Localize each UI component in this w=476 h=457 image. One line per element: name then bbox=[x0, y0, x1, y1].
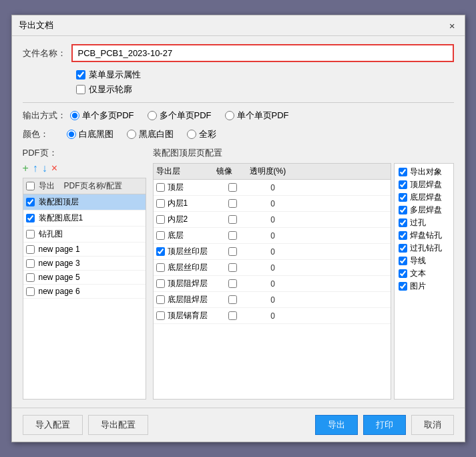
page-name: new page 5 bbox=[39, 273, 143, 282]
obj-label: 导出对象 bbox=[410, 166, 442, 178]
file-name-input[interactable] bbox=[71, 44, 454, 62]
trans-value: 0 bbox=[270, 279, 275, 289]
obj-checkbox[interactable] bbox=[399, 193, 407, 202]
page-checkbox[interactable] bbox=[26, 287, 35, 296]
obj-check-item: 顶层焊盘 bbox=[399, 179, 449, 190]
page-list: 导出 PDF页名称/配置 装配图顶层 装配图底层1 钻孔图 bbox=[23, 178, 146, 400]
layer-row: 底层 0 bbox=[154, 228, 391, 244]
page-row[interactable]: new page 3 bbox=[23, 257, 146, 271]
page-row[interactable]: 装配图顶层 bbox=[23, 194, 146, 210]
layer-checkbox[interactable] bbox=[156, 263, 165, 272]
radio-single-multi-pdf-input[interactable] bbox=[70, 111, 79, 120]
obj-checkbox[interactable] bbox=[399, 269, 407, 278]
pdf-toolbar: + ↑ ↓ × bbox=[23, 163, 146, 174]
trans-value: 0 bbox=[270, 231, 275, 241]
layer-row: 顶层阻焊层 0 bbox=[154, 276, 391, 292]
obj-check-item: 文本 bbox=[399, 268, 449, 279]
add-page-button[interactable]: + bbox=[23, 163, 29, 174]
export-col-header: 导出 bbox=[39, 180, 55, 192]
export-dialog: 导出文档 × 文件名称： 菜单显示属性 仅显示轮廓 输出方式： bbox=[11, 15, 465, 442]
radio-single-multi-pdf: 单个多页PDF bbox=[70, 110, 134, 122]
layer-checkbox[interactable] bbox=[156, 279, 165, 288]
layer-row: 底层阻焊层 0 bbox=[154, 292, 391, 308]
layer-checkbox[interactable] bbox=[156, 295, 165, 304]
page-row[interactable]: new page 6 bbox=[23, 285, 146, 299]
layer-checkbox[interactable] bbox=[156, 199, 165, 208]
radio-single-page-pdf-input[interactable] bbox=[225, 111, 234, 120]
mirror-checkbox[interactable] bbox=[228, 199, 237, 208]
radio-black-white-input[interactable] bbox=[127, 130, 136, 139]
page-checkbox[interactable] bbox=[26, 214, 35, 222]
export-button[interactable]: 导出 bbox=[315, 415, 358, 435]
print-button[interactable]: 打印 bbox=[363, 415, 406, 435]
layer-checkbox[interactable] bbox=[156, 215, 165, 224]
obj-label: 焊盘钻孔 bbox=[410, 230, 442, 241]
page-name: new page 3 bbox=[39, 259, 143, 268]
radio-full-color-input[interactable] bbox=[187, 130, 196, 139]
obj-checkbox[interactable] bbox=[399, 168, 407, 176]
trans-value: 0 bbox=[270, 311, 275, 321]
close-button[interactable]: × bbox=[447, 20, 458, 31]
obj-checkbox[interactable] bbox=[399, 206, 407, 214]
dialog-footer: 导入配置 导出配置 导出 打印 取消 bbox=[12, 408, 465, 442]
page-checkbox[interactable] bbox=[26, 245, 35, 254]
mirror-checkbox[interactable] bbox=[228, 231, 237, 240]
mirror-checkbox[interactable] bbox=[228, 295, 237, 304]
layer-name: 底层阻焊层 bbox=[168, 294, 208, 305]
mirror-checkbox[interactable] bbox=[228, 263, 237, 272]
obj-checkbox[interactable] bbox=[399, 218, 407, 227]
objects-panel: 导出对象 顶层焊盘 底层焊盘 多层焊盘 bbox=[394, 163, 454, 400]
obj-label: 多层焊盘 bbox=[410, 204, 442, 216]
obj-label: 过孔钻孔 bbox=[410, 243, 442, 254]
layer-checkbox[interactable] bbox=[156, 311, 165, 320]
layer-checkbox[interactable] bbox=[156, 231, 165, 240]
layer-checkbox[interactable] bbox=[156, 247, 165, 256]
radio-white-black-input[interactable] bbox=[67, 130, 76, 139]
name-col-header: PDF页名称/配置 bbox=[64, 180, 122, 192]
page-row[interactable]: 钻孔图 bbox=[23, 226, 146, 243]
page-name: new page 1 bbox=[39, 245, 143, 254]
obj-checkbox[interactable] bbox=[399, 244, 407, 253]
obj-checkbox[interactable] bbox=[399, 257, 407, 265]
layer-name: 底层 bbox=[168, 230, 184, 241]
page-checkbox[interactable] bbox=[26, 198, 35, 206]
import-config-button[interactable]: 导入配置 bbox=[23, 415, 83, 435]
mirror-checkbox[interactable] bbox=[228, 247, 237, 256]
radio-multi-single-pdf: 多个单页PDF bbox=[148, 110, 212, 122]
mirror-checkbox[interactable] bbox=[228, 215, 237, 224]
layer-name: 顶层丝印层 bbox=[168, 246, 208, 257]
obj-label: 过孔 bbox=[410, 217, 426, 228]
radio-multi-single-pdf-input[interactable] bbox=[148, 111, 157, 120]
obj-checkbox[interactable] bbox=[399, 180, 407, 189]
radio-full-color: 全彩 bbox=[187, 128, 216, 140]
page-checkbox[interactable] bbox=[26, 273, 35, 282]
radio-white-black-label: 白底黑图 bbox=[79, 128, 113, 140]
outline-only-checkbox[interactable] bbox=[76, 85, 85, 94]
cancel-button[interactable]: 取消 bbox=[411, 415, 454, 435]
page-row[interactable]: new page 5 bbox=[23, 271, 146, 285]
obj-checkbox[interactable] bbox=[399, 231, 407, 240]
outline-only-option: 仅显示轮廓 bbox=[76, 84, 454, 96]
output-mode-label: 输出方式： bbox=[23, 110, 66, 122]
page-row[interactable]: 装配图底层1 bbox=[23, 210, 146, 226]
mirror-checkbox[interactable] bbox=[228, 183, 237, 192]
radio-single-page-pdf: 单个单页PDF bbox=[225, 110, 289, 122]
obj-check-item: 多层焊盘 bbox=[399, 204, 449, 216]
menu-display-checkbox[interactable] bbox=[76, 70, 85, 80]
obj-label: 图片 bbox=[410, 281, 426, 292]
layer-checkbox[interactable] bbox=[156, 183, 165, 192]
export-config-button[interactable]: 导出配置 bbox=[88, 415, 148, 435]
mirror-checkbox[interactable] bbox=[228, 279, 237, 288]
page-checkbox[interactable] bbox=[26, 259, 35, 268]
move-up-button[interactable]: ↑ bbox=[33, 163, 38, 174]
layer-row: 顶层 0 bbox=[154, 180, 391, 196]
move-down-button[interactable]: ↓ bbox=[42, 163, 47, 174]
obj-check-item: 焊盘钻孔 bbox=[399, 230, 449, 241]
obj-checkbox[interactable] bbox=[399, 282, 407, 291]
mirror-checkbox[interactable] bbox=[228, 311, 237, 320]
page-checkbox[interactable] bbox=[26, 230, 35, 239]
delete-page-button[interactable]: × bbox=[51, 163, 57, 174]
page-row[interactable]: new page 1 bbox=[23, 243, 146, 257]
options-row: 菜单显示属性 仅显示轮廓 bbox=[23, 69, 454, 96]
select-all-checkbox[interactable] bbox=[26, 182, 35, 190]
